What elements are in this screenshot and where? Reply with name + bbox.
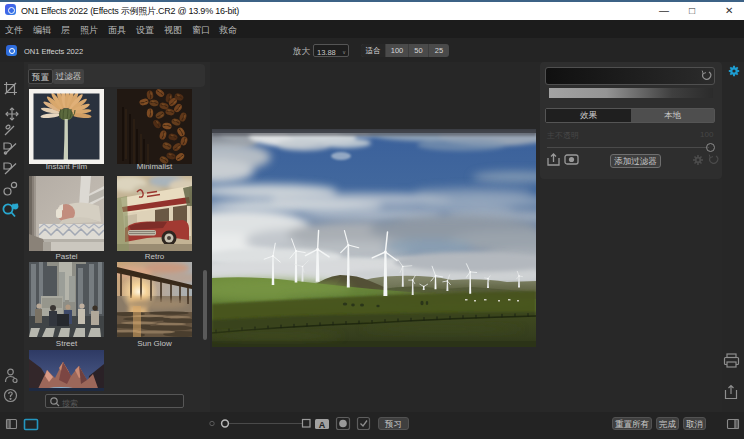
- svg-text:A: A: [319, 420, 326, 430]
